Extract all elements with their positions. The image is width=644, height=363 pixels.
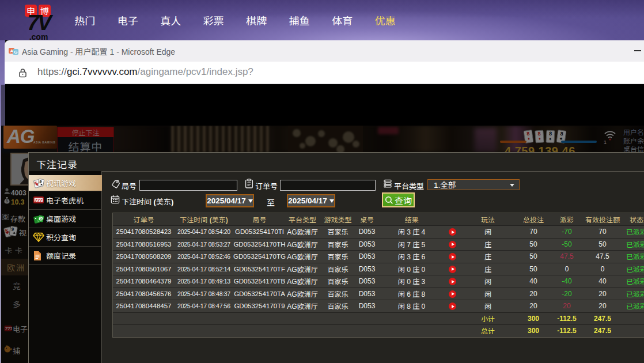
col-header-7: 结果 — [377, 213, 446, 225]
menu-item-label: 桌面游戏 — [46, 213, 76, 224]
tag-icon — [111, 180, 120, 191]
nav-item-4[interactable]: 彩票 — [192, 13, 236, 28]
date-to-value: 2025/04/17 — [288, 196, 327, 205]
cell-game: 百家乐 — [319, 239, 357, 251]
search-button-label: 查询 — [395, 194, 412, 206]
cell-status: 已派彩 — [621, 251, 644, 263]
replay-icon[interactable] — [449, 266, 456, 273]
order-number-input[interactable] — [280, 180, 376, 191]
panel-menu-container: K9视讯游戏777电子老虎机桌面游戏积分查询额度记录 — [29, 171, 102, 363]
edge-titlebar[interactable]: A G Asia Gaming - 用户配置 1 - Microsoft Edg… — [5, 40, 644, 62]
menu-item-2[interactable]: 777电子老虎机 — [29, 191, 102, 210]
replay-icon[interactable] — [449, 228, 456, 236]
nav-item-5[interactable]: 棋牌 — [235, 13, 278, 28]
menu-item-3[interactable]: 桌面游戏 — [29, 210, 102, 228]
subtotal-label: 小计 — [459, 313, 517, 325]
empty-cell — [377, 313, 446, 325]
replay-cell — [446, 300, 459, 312]
empty-cell — [175, 313, 233, 325]
replay-icon[interactable] — [449, 278, 456, 285]
replay-icon[interactable] — [449, 302, 456, 310]
empty-cell — [286, 325, 319, 337]
menu-item-4[interactable]: 积分查询 — [29, 228, 102, 247]
cell-order: 250417080448457 — [113, 300, 175, 312]
total-label: 总计 — [459, 325, 517, 337]
cell-payout: -70 — [550, 226, 584, 238]
empty-cell — [377, 325, 446, 337]
nav-item-8[interactable]: 优惠 — [364, 13, 407, 28]
menu-item-label: 电子老虎机 — [46, 195, 84, 206]
menu-item-label: 视讯游戏 — [46, 177, 76, 188]
empty-cell — [446, 313, 459, 325]
subtotal-bet: 300 — [517, 313, 550, 325]
replay-icon[interactable] — [449, 253, 456, 260]
cell-game: 百家乐 — [319, 288, 357, 300]
cell-game: 百家乐 — [319, 300, 357, 312]
empty-cell — [621, 313, 644, 325]
cell-platform: AG欧洲厅 — [286, 239, 319, 251]
bet-table-header: 订单号下注时间 (美东)局号平台类型游戏类型桌号结果玩法总投注派彩有效投注额状态 — [113, 213, 644, 225]
cell-bet: 20 — [517, 288, 550, 300]
cell-order: 250417080516953 — [113, 239, 175, 251]
date-from-select[interactable]: 2025/04/17 — [206, 194, 254, 207]
svg-text:777: 777 — [35, 196, 43, 202]
cell-result: 闲 0 庄 0 — [377, 263, 446, 275]
search-button[interactable]: 查询 — [382, 192, 415, 207]
cell-platform: AG欧洲厅 — [286, 275, 319, 288]
col-header-1: 订单号 — [113, 213, 175, 225]
cell-bet: 20 — [517, 300, 550, 312]
empty-cell — [319, 325, 357, 337]
menu-item-5[interactable]: 额度记录 — [29, 247, 102, 265]
site-nav: 热门电子真人彩票棋牌捕鱼体育优惠 — [63, 0, 432, 40]
subtotal-payout: -112.5 — [550, 313, 584, 325]
cell-result: 闲 8 庄 0 — [377, 300, 446, 312]
cards-icon: K9 — [33, 178, 44, 188]
date-to-select[interactable]: 2025/04/17 — [287, 194, 335, 207]
menu-item-label: 积分查询 — [46, 232, 76, 243]
cell-valid: 70 — [584, 226, 621, 238]
nav-item-7[interactable]: 体育 — [321, 13, 364, 28]
order-number-label: 订单号 — [255, 180, 278, 191]
date-to-arrow-icon — [329, 199, 334, 203]
cell-table: D053 — [357, 288, 377, 300]
calendar-icon — [111, 195, 120, 206]
cell-game: 百家乐 — [319, 263, 357, 275]
cell-bet: 50 — [517, 251, 550, 263]
empty-cell — [319, 313, 357, 325]
platform-type-select[interactable]: 1.全部 — [427, 179, 520, 190]
cell-bet: 70 — [517, 226, 550, 238]
cell-platform: AG欧洲厅 — [286, 251, 319, 263]
lock-icon[interactable] — [18, 68, 28, 80]
cell-order: 250417080508209 — [113, 251, 175, 263]
cell-platform: AG欧洲厅 — [286, 300, 319, 312]
replay-icon[interactable] — [449, 241, 456, 248]
col-header-4: 平台类型 — [286, 213, 319, 225]
edge-urlbar: https://gci.7vvvvvv.com/agingame/pcv1/in… — [5, 62, 644, 84]
total-valid: 247.5 — [584, 325, 621, 337]
url-text[interactable]: https://gci.7vvvvvv.com/agingame/pcv1/in… — [37, 66, 253, 78]
cell-table: D053 — [357, 300, 377, 312]
round-number-input[interactable] — [139, 180, 237, 191]
cell-play: 闲 — [459, 275, 517, 288]
replay-cell — [446, 226, 459, 238]
minimize-button[interactable] — [634, 50, 641, 51]
cell-valid: 20 — [584, 300, 621, 312]
subtotal-row: 小计300-112.5247.5 — [113, 312, 644, 325]
cell-round: GD053254170TF — [233, 263, 286, 275]
nav-item-3[interactable]: 真人 — [149, 13, 192, 28]
url-scheme: https:// — [37, 66, 67, 77]
cell-order: 250417080456576 — [113, 288, 175, 300]
cell-payout: 47.5 — [550, 251, 584, 263]
empty-cell — [113, 325, 175, 337]
nav-item-1[interactable]: 热门 — [63, 13, 107, 28]
cell-valid: 50 — [584, 239, 621, 251]
nav-item-2[interactable]: 电子 — [107, 13, 150, 28]
site-logo[interactable]: 申 博 7V .com — [21, 3, 56, 39]
cell-result: 闲 6 庄 8 — [377, 288, 446, 300]
bet-row: 2504170805169532025-04-17 08:53:27GD0532… — [113, 238, 644, 251]
screenshot-stage: 申 博 7V .com 热门电子真人彩票棋牌捕鱼体育优惠 AG ASIA GAM… — [0, 0, 644, 363]
nav-item-6[interactable]: 捕鱼 — [278, 13, 321, 28]
menu-item-1[interactable]: K9视讯游戏 — [29, 175, 102, 191]
replay-icon[interactable] — [449, 290, 456, 298]
cell-round: GD053254170TH — [233, 239, 286, 251]
